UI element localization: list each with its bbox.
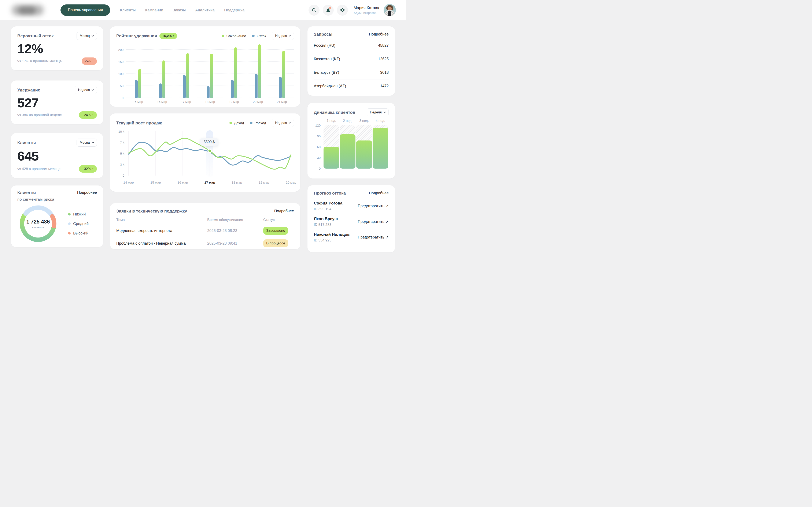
list-item: Беларусь (BY) 3018 (314, 66, 389, 79)
column-label: 4 нед. (376, 119, 385, 125)
search-button[interactable] (308, 5, 319, 16)
support-table-header: Тема Время обслуживания Статус (116, 218, 294, 222)
dynamics-columns: 1 нед.2 нед.3 нед.4 нед. (323, 119, 389, 169)
y-tick-label: 90 (317, 134, 320, 138)
table-row[interactable]: Проблема с оплатой - Неверная сумма 2025… (116, 239, 294, 247)
kpi-title: Удержание (17, 88, 40, 93)
legend-expense: Расход (250, 121, 266, 125)
period-select[interactable]: Неделя (272, 119, 294, 127)
list-item: Яков Бреуш ID 517.283 Предотвратить↗ (314, 217, 389, 227)
tab-dashboard[interactable]: Панель управления (60, 4, 110, 16)
kpi-title: Клиенты (17, 140, 36, 145)
period-select[interactable]: Неделя (367, 108, 389, 116)
avatar[interactable] (384, 4, 396, 16)
notification-dot (329, 7, 332, 9)
bar-group (126, 43, 150, 98)
dynamics-bar (340, 134, 355, 169)
retention-bar (234, 47, 237, 98)
list-item: Азербайджан (AZ) 1472 (314, 79, 389, 93)
support-more-link[interactable]: Подробнее (274, 209, 294, 213)
delta-badge: +32% ↑ (79, 165, 97, 173)
client-dynamics-card: Динамика клиентов Неделя 0306090120 1 не… (307, 103, 395, 178)
x-tick-label: 16 мар (150, 100, 174, 104)
churn-bar (279, 77, 282, 98)
period-select[interactable]: Месяц (77, 138, 97, 147)
y-tick-label: 0 (116, 174, 124, 177)
churn-bar (255, 74, 258, 98)
notifications-button[interactable] (323, 5, 334, 16)
logo (10, 4, 46, 17)
churn-bar (183, 75, 186, 98)
bar-track (323, 125, 339, 169)
dynamics-bar (356, 140, 372, 169)
nav-item-analytics[interactable]: Аналитика (195, 8, 215, 12)
arrow-up-right-icon: ↗ (386, 204, 389, 208)
period-select[interactable]: Неделя (75, 86, 97, 94)
client-name: Яков Бреуш (314, 217, 338, 221)
sales-line-chart[interactable]: 5500 $ 03 k5 k7 k10 k14 мар15 мар16 мар1… (116, 130, 294, 187)
y-tick-label: 150 (118, 60, 123, 64)
requests-more-link[interactable]: Подробнее (369, 32, 389, 37)
retention-chart-card: Рейтинг удержания +5,2% ↑ Сохранение Отт… (110, 26, 300, 107)
sales-legend: Доход Расход (230, 121, 266, 125)
donut-total: 1 725 486 (26, 219, 50, 225)
prevent-button[interactable]: Предотвратить↗ (358, 235, 389, 239)
list-item: Николай Нильцов ID 354.925 Предотвратить… (314, 232, 389, 242)
delta-badge: -5% ↓ (82, 57, 97, 65)
column-label: 1 нед. (327, 119, 336, 125)
kpi-compare: vs 428 в прошлом месяце (17, 167, 60, 171)
y-tick-label: 60 (317, 145, 320, 149)
request-country: Азербайджан (AZ) (314, 84, 346, 88)
x-tick-label: 17 мар (204, 181, 215, 184)
sales-svg (126, 130, 293, 178)
dynamics-title: Динамика клиентов (314, 110, 355, 115)
chevron-down-icon (384, 111, 386, 113)
retention-bar (258, 44, 261, 98)
delta-badge: +24% ↑ (79, 111, 97, 119)
kpi-title: Вероятный отток (17, 34, 53, 39)
segments-more-link[interactable]: Подробнее (77, 190, 97, 195)
retention-bar-chart[interactable]: 050100150200 (116, 43, 294, 98)
chart-tooltip: 5500 $ (200, 138, 218, 146)
chevron-down-icon (92, 141, 94, 143)
x-tick-label: 16 мар (177, 181, 188, 184)
request-count: 3018 (380, 70, 389, 75)
ticket-time: 2025-03-28 09:41 (207, 241, 263, 246)
bar-track (340, 125, 355, 169)
churn-bar (231, 80, 234, 98)
settings-button[interactable] (337, 5, 348, 16)
dynamics-column: 4 нед. (372, 119, 388, 169)
low-risk-dot-icon (68, 213, 70, 216)
nav-item-orders[interactable]: Заказы (173, 8, 186, 12)
prevent-button[interactable]: Предотвратить↗ (358, 220, 389, 224)
period-select[interactable]: Неделя (272, 32, 294, 40)
x-tick-label: 17 мар (174, 100, 198, 104)
bar-track (372, 125, 388, 169)
dynamics-bar-chart[interactable]: 0306090120 1 нед.2 нед.3 нед.4 нед. (314, 119, 389, 169)
sales-title: Текущий рост продаж (116, 121, 162, 125)
churn-forecast-card: Прогноз оттока Подробнее София Рогова ID… (307, 185, 395, 252)
list-item: София Рогова ID 395.194 Предотвратить↗ (314, 201, 389, 211)
table-row[interactable]: Медленная скорость интернета 2025-03-28 … (116, 227, 294, 235)
retention-y-axis: 050100150200 (116, 43, 126, 98)
segments-title: Клиенты (17, 190, 36, 195)
donut-total-label: клиентов (32, 226, 44, 229)
period-select[interactable]: Месяц (77, 32, 97, 40)
ticket-topic: Проблема с оплатой - Неверная сумма (116, 241, 207, 246)
user-role: Администратор (354, 11, 379, 14)
request-count: 12625 (378, 57, 389, 61)
nav-item-clients[interactable]: Клиенты (120, 8, 136, 12)
kpi-card-retention: Удержание Неделя 527 vs 386 на прошлой н… (11, 80, 103, 124)
prevent-button[interactable]: Предотвратить↗ (358, 204, 389, 208)
churn-more-link[interactable]: Подробнее (369, 191, 389, 195)
client-id: ID 395.194 (314, 207, 342, 211)
client-name: София Рогова (314, 201, 342, 206)
y-tick-label: 0 (122, 96, 123, 100)
nav-item-support[interactable]: Поддержка (224, 8, 245, 12)
risk-donut-chart[interactable]: 1 725 486 клиентов (17, 203, 59, 244)
nav-item-campaigns[interactable]: Кампании (145, 8, 163, 12)
churn-bar (135, 80, 138, 98)
kpi-value: 12% (17, 41, 97, 56)
legend-keep: Сохранение (222, 34, 246, 38)
status-badge: Завершено (263, 227, 288, 235)
